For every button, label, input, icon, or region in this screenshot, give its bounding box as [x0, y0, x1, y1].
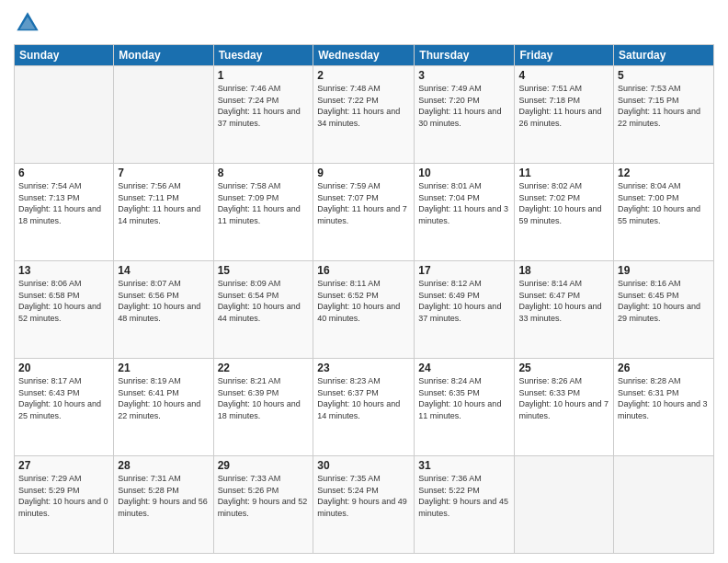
calendar-day-cell	[15, 66, 114, 164]
day-number: 22	[218, 362, 310, 374]
calendar-header-friday: Friday	[515, 45, 614, 66]
calendar-day-cell: 3Sunrise: 7:49 AMSunset: 7:20 PMDaylight…	[415, 66, 515, 164]
calendar-day-cell: 26Sunrise: 8:28 AMSunset: 6:31 PMDayligh…	[614, 359, 714, 456]
day-number: 11	[518, 167, 609, 179]
day-info: Sunrise: 8:14 AMSunset: 6:47 PMDaylight:…	[518, 278, 609, 324]
calendar-day-cell	[515, 456, 614, 554]
day-info: Sunrise: 8:06 AMSunset: 6:58 PMDaylight:…	[18, 278, 109, 324]
day-number: 9	[317, 167, 410, 179]
day-number: 10	[418, 167, 510, 179]
day-info: Sunrise: 8:09 AMSunset: 6:54 PMDaylight:…	[218, 278, 310, 324]
calendar-day-cell: 4Sunrise: 7:51 AMSunset: 7:18 PMDaylight…	[515, 66, 614, 164]
calendar-day-cell: 5Sunrise: 7:53 AMSunset: 7:15 PMDaylight…	[614, 66, 714, 164]
calendar-day-cell: 20Sunrise: 8:17 AMSunset: 6:43 PMDayligh…	[15, 359, 114, 456]
day-info: Sunrise: 8:11 AMSunset: 6:52 PMDaylight:…	[317, 278, 410, 324]
calendar-day-cell: 30Sunrise: 7:35 AMSunset: 5:24 PMDayligh…	[313, 456, 415, 554]
page: SundayMondayTuesdayWednesdayThursdayFrid…	[0, 0, 728, 563]
calendar-week-row: 6Sunrise: 7:54 AMSunset: 7:13 PMDaylight…	[15, 164, 714, 261]
day-info: Sunrise: 8:02 AMSunset: 7:02 PMDaylight:…	[518, 180, 609, 226]
logo	[14, 9, 45, 37]
day-number: 29	[218, 459, 310, 472]
calendar-day-cell: 14Sunrise: 8:07 AMSunset: 6:56 PMDayligh…	[114, 261, 213, 359]
day-info: Sunrise: 8:21 AMSunset: 6:39 PMDaylight:…	[218, 375, 310, 421]
calendar-day-cell: 16Sunrise: 8:11 AMSunset: 6:52 PMDayligh…	[313, 261, 415, 359]
calendar-day-cell	[114, 66, 213, 164]
day-number: 30	[317, 459, 410, 472]
day-number: 20	[18, 362, 109, 374]
day-number: 16	[317, 264, 410, 277]
day-info: Sunrise: 8:07 AMSunset: 6:56 PMDaylight:…	[118, 278, 209, 324]
day-info: Sunrise: 7:31 AMSunset: 5:28 PMDaylight:…	[118, 473, 209, 519]
day-info: Sunrise: 8:28 AMSunset: 6:31 PMDaylight:…	[618, 375, 710, 421]
day-number: 15	[218, 264, 310, 277]
calendar-table: SundayMondayTuesdayWednesdayThursdayFrid…	[14, 44, 714, 554]
calendar-day-cell: 15Sunrise: 8:09 AMSunset: 6:54 PMDayligh…	[213, 261, 313, 359]
day-info: Sunrise: 7:49 AMSunset: 7:20 PMDaylight:…	[418, 83, 510, 129]
day-number: 3	[418, 69, 510, 82]
calendar-week-row: 13Sunrise: 8:06 AMSunset: 6:58 PMDayligh…	[15, 261, 714, 359]
day-info: Sunrise: 7:36 AMSunset: 5:22 PMDaylight:…	[418, 473, 510, 519]
day-number: 21	[118, 362, 209, 374]
calendar-day-cell: 21Sunrise: 8:19 AMSunset: 6:41 PMDayligh…	[114, 359, 213, 456]
day-info: Sunrise: 8:19 AMSunset: 6:41 PMDaylight:…	[118, 375, 209, 421]
calendar-day-cell: 23Sunrise: 8:23 AMSunset: 6:37 PMDayligh…	[313, 359, 415, 456]
day-info: Sunrise: 8:24 AMSunset: 6:35 PMDaylight:…	[418, 375, 510, 421]
day-number: 26	[618, 362, 710, 374]
calendar-day-cell: 13Sunrise: 8:06 AMSunset: 6:58 PMDayligh…	[15, 261, 114, 359]
day-number: 12	[618, 167, 710, 179]
calendar-header-sunday: Sunday	[15, 45, 114, 66]
day-info: Sunrise: 7:59 AMSunset: 7:07 PMDaylight:…	[317, 180, 410, 226]
day-info: Sunrise: 7:58 AMSunset: 7:09 PMDaylight:…	[218, 180, 310, 226]
calendar-day-cell: 11Sunrise: 8:02 AMSunset: 7:02 PMDayligh…	[515, 164, 614, 261]
day-info: Sunrise: 8:23 AMSunset: 6:37 PMDaylight:…	[317, 375, 410, 421]
calendar-day-cell: 24Sunrise: 8:24 AMSunset: 6:35 PMDayligh…	[415, 359, 515, 456]
day-number: 6	[18, 167, 109, 179]
calendar-day-cell	[614, 456, 714, 554]
calendar-header-thursday: Thursday	[415, 45, 515, 66]
day-info: Sunrise: 7:48 AMSunset: 7:22 PMDaylight:…	[317, 83, 410, 129]
calendar-day-cell: 1Sunrise: 7:46 AMSunset: 7:24 PMDaylight…	[213, 66, 313, 164]
day-number: 18	[518, 264, 609, 277]
day-info: Sunrise: 8:12 AMSunset: 6:49 PMDaylight:…	[418, 278, 510, 324]
day-info: Sunrise: 8:26 AMSunset: 6:33 PMDaylight:…	[518, 375, 609, 421]
day-number: 8	[218, 167, 310, 179]
day-number: 23	[317, 362, 410, 374]
day-info: Sunrise: 8:17 AMSunset: 6:43 PMDaylight:…	[18, 375, 109, 421]
calendar-header-tuesday: Tuesday	[213, 45, 313, 66]
calendar-week-row: 27Sunrise: 7:29 AMSunset: 5:29 PMDayligh…	[15, 456, 714, 554]
day-number: 7	[118, 167, 209, 179]
calendar-day-cell: 31Sunrise: 7:36 AMSunset: 5:22 PMDayligh…	[415, 456, 515, 554]
day-info: Sunrise: 7:56 AMSunset: 7:11 PMDaylight:…	[118, 180, 209, 226]
calendar-header-monday: Monday	[114, 45, 213, 66]
day-info: Sunrise: 7:51 AMSunset: 7:18 PMDaylight:…	[518, 83, 609, 129]
calendar-week-row: 20Sunrise: 8:17 AMSunset: 6:43 PMDayligh…	[15, 359, 714, 456]
calendar-day-cell: 27Sunrise: 7:29 AMSunset: 5:29 PMDayligh…	[15, 456, 114, 554]
day-number: 14	[118, 264, 209, 277]
day-info: Sunrise: 7:35 AMSunset: 5:24 PMDaylight:…	[317, 473, 410, 519]
day-number: 1	[218, 69, 310, 82]
day-info: Sunrise: 8:16 AMSunset: 6:45 PMDaylight:…	[618, 278, 710, 324]
day-number: 2	[317, 69, 410, 82]
calendar-header-row: SundayMondayTuesdayWednesdayThursdayFrid…	[15, 45, 714, 66]
day-number: 25	[518, 362, 609, 374]
day-number: 4	[518, 69, 609, 82]
calendar-day-cell: 18Sunrise: 8:14 AMSunset: 6:47 PMDayligh…	[515, 261, 614, 359]
calendar-header-wednesday: Wednesday	[313, 45, 415, 66]
calendar-header-saturday: Saturday	[614, 45, 714, 66]
day-number: 13	[18, 264, 109, 277]
day-info: Sunrise: 7:54 AMSunset: 7:13 PMDaylight:…	[18, 180, 109, 226]
calendar-day-cell: 29Sunrise: 7:33 AMSunset: 5:26 PMDayligh…	[213, 456, 313, 554]
calendar-day-cell: 8Sunrise: 7:58 AMSunset: 7:09 PMDaylight…	[213, 164, 313, 261]
logo-icon	[14, 9, 41, 37]
day-number: 19	[618, 264, 710, 277]
header	[14, 9, 714, 37]
calendar-day-cell: 9Sunrise: 7:59 AMSunset: 7:07 PMDaylight…	[313, 164, 415, 261]
day-number: 24	[418, 362, 510, 374]
day-info: Sunrise: 7:29 AMSunset: 5:29 PMDaylight:…	[18, 473, 109, 519]
day-number: 28	[118, 459, 209, 472]
calendar-day-cell: 28Sunrise: 7:31 AMSunset: 5:28 PMDayligh…	[114, 456, 213, 554]
day-info: Sunrise: 8:04 AMSunset: 7:00 PMDaylight:…	[618, 180, 710, 226]
day-info: Sunrise: 7:53 AMSunset: 7:15 PMDaylight:…	[618, 83, 710, 129]
day-info: Sunrise: 7:46 AMSunset: 7:24 PMDaylight:…	[218, 83, 310, 129]
day-number: 17	[418, 264, 510, 277]
